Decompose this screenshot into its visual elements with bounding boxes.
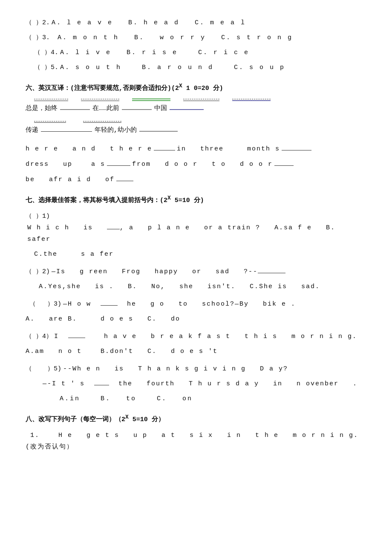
section6-title: 六、英汉互译：(注意书写要规范,否则要合适扣分)(2X 1 0=20 分) — [26, 81, 366, 94]
q7-3-cont-text: A. are B. d o e s C. do — [26, 313, 180, 325]
q8-1: 1. H e g e t s u p a t s i x i n t h e m… — [26, 430, 366, 453]
blank-three — [282, 143, 311, 150]
q8-1-text: 1. H e g e t s u p a t s i x i n t h e m… — [26, 430, 366, 453]
chinese-pass: 传递 — [26, 124, 38, 136]
chinese-china: 中国 — [154, 103, 167, 114]
q7-4-cont: A.am n o t B.don't C. d o e s 't — [26, 346, 366, 357]
q7-3-text: —H o w he g o to school?—By bik e . — [63, 298, 296, 310]
q7-5-bracket: （ ）5) — [26, 363, 61, 375]
section7-title: 七、选择最佳答案，将其标号填入提前括号内：(2X 5=10 分) — [26, 193, 366, 206]
trans-block2: 传递 年轻的,幼小的 — [26, 121, 366, 136]
cross3-icon: X — [125, 414, 129, 420]
q7-5-cont-text: —-I t ' s the fourth T h u r s d a y in … — [43, 378, 357, 390]
q2-line: （ ）2. A. l e a v e B. h e a d C. m e a l — [26, 17, 366, 29]
q7-2-cont: A.Yes,she is . B. No, she isn't. C.She i… — [34, 281, 366, 292]
dashed7 — [83, 121, 121, 121]
q7-2-cont-text: A.Yes,she is . B. No, she isn't. C.She i… — [34, 281, 320, 292]
blank-afraid — [116, 173, 133, 181]
solid4 — [183, 100, 219, 101]
q7-2-bracket: （ ）2) — [26, 266, 50, 278]
q7-3: （ ）3) —H o w he g o to school?—By bik e … — [26, 298, 366, 325]
q7-5-text: --Wh e n is T h a n k s g i v i n g D a … — [63, 363, 288, 375]
q7-1-text: W h i c h is , a p l a n e or a train ? … — [27, 222, 366, 245]
q7-3-line: （ ）3) —H o w he g o to school?—By bik e … — [26, 298, 366, 310]
q7-2: （ ）2) —Is g reen Frog happy or sad ?-- A… — [26, 266, 366, 292]
section8-title: 八、改写下列句子（每空一词）（2X 5=10 分） — [26, 412, 366, 425]
cross-icon: X — [179, 83, 182, 89]
eng-door: from d o o r t o d o o r — [132, 159, 273, 170]
eng-dress: dress up a s — [26, 159, 105, 170]
trans-dashed2 — [34, 121, 366, 121]
q7-2-line: （ ）2) —Is g reen Frog happy or sad ?-- — [26, 266, 366, 278]
eng-afraid: be afr a i d of — [26, 174, 115, 185]
q7-5-cont2: A.in B. to C. on — [43, 393, 366, 405]
dashed6 — [34, 121, 66, 121]
q4-choices: A. l i v e B. r i s e C. r i c e — [60, 47, 249, 58]
q7-1: （ ）1) W h i c h is , a p l a n e or a tr… — [26, 211, 366, 260]
section8: 八、改写下列句子（每空一词）（2X 5=10 分） 1. H e g e t s… — [26, 412, 366, 453]
solid3-green — [132, 100, 170, 101]
trans-block1: 总是，始终 在……此前 中国 — [26, 98, 366, 114]
line-before — [122, 109, 152, 110]
q5-choices: A. s o u t h B. a r o u n d C. s o u p — [60, 62, 285, 73]
chinese-always: 总是，始终 — [26, 103, 58, 114]
q7-1-line: （ ）1) W h i c h is , a p l a n e or a tr… — [26, 211, 366, 245]
q4-bracket: （ ）4. — [34, 47, 58, 58]
solid6 — [34, 122, 66, 123]
chinese-row1: 总是，始终 在……此前 中国 — [26, 103, 366, 114]
chinese-before: 在……此前 — [92, 103, 119, 114]
blank-dress — [107, 158, 130, 166]
trans-solid2 — [34, 122, 366, 123]
solid2 — [81, 100, 119, 101]
dashed3 — [132, 98, 170, 99]
section7: 七、选择最佳答案，将其标号填入提前括号内：(2X 5=10 分) （ ）1) W… — [26, 193, 366, 405]
section5-tail: （ ）2. A. l e a v e B. h e a d C. m e a l… — [26, 17, 366, 73]
q7-1-cont: C.the s a fer — [34, 249, 366, 260]
line-pass — [41, 131, 92, 132]
eng-phrase2: dress up a s from d o o r t o d o o r — [26, 158, 366, 170]
q7-4: （ ）4） I h a v e b r e a k f a s t t h i … — [26, 331, 366, 357]
q5-line: （ ）5. A. s o u t h B. a r o u n d C. s o… — [34, 62, 366, 73]
solid7 — [83, 122, 121, 123]
q7-4-text: I h a v e b r e a k f a s t t h i s m o … — [54, 331, 357, 342]
solid5-purple — [232, 100, 271, 101]
blank-here — [154, 143, 175, 150]
chinese-row2: 传递 年轻的,幼小的 — [26, 124, 366, 136]
q7-5: （ ）5) --Wh e n is T h a n k s g i v i n … — [26, 363, 366, 405]
q7-5-cont: —-I t ' s the fourth T h u r s d a y in … — [43, 378, 366, 390]
trans-dashed-top — [34, 98, 366, 99]
dashed5 — [232, 98, 271, 99]
q2-choices: A. l e a v e B. h e a d C. m e a l — [52, 17, 246, 29]
blank-door — [274, 158, 294, 166]
chinese-young: 年轻的,幼小的 — [95, 124, 137, 136]
section6: 六、英汉互译：(注意书写要规范,否则要合适扣分)(2X 1 0=20 分) 总是… — [26, 81, 366, 185]
eng-phrase3: be afr a i d of — [26, 173, 366, 185]
solid1 — [34, 100, 68, 101]
trans-solid-top — [34, 100, 366, 101]
eng-three: in three month s — [177, 143, 280, 155]
q7-3-bracket: （ ）3) — [26, 298, 61, 310]
dashed2 — [81, 98, 119, 99]
cross2-icon: X — [167, 195, 171, 201]
q2-bracket: （ ）2. — [26, 17, 50, 29]
line-always — [60, 109, 90, 110]
q7-4-bracket: （ ）4） — [26, 331, 52, 342]
line-young — [139, 131, 178, 132]
dashed4 — [183, 98, 219, 99]
eng-phrase1: h e r e a n d t h e r e in three month s — [26, 143, 366, 155]
q5-bracket: （ ）5. — [34, 62, 58, 73]
line-china — [170, 109, 204, 110]
q3-choices: A. m o n t h B. w o r r y C. s t r o n g — [58, 32, 293, 43]
q7-3-cont: A. are B. d o e s C. do — [26, 313, 366, 325]
q4-line: （ ）4. A. l i v e B. r i s e C. r i c e — [34, 47, 366, 58]
q7-5-cont2-text: A.in B. to C. on — [60, 393, 193, 405]
q7-4-line: （ ）4） I h a v e b r e a k f a s t t h i … — [26, 331, 366, 342]
q8-1-line: 1. H e g e t s u p a t s i x i n t h e m… — [26, 430, 366, 453]
q7-5-line: （ ）5) --Wh e n is T h a n k s g i v i n … — [26, 363, 366, 375]
q3-bracket: （ ）3. — [26, 32, 58, 43]
q7-2-text: —Is g reen Frog happy or sad ?-- — [52, 266, 285, 278]
q7-1-bracket: （ ）1) — [26, 211, 50, 222]
eng-here: h e r e a n d t h e r e — [26, 143, 152, 155]
dashed1 — [34, 98, 68, 99]
q7-4-cont-text: A.am n o t B.don't C. d o e s 't — [26, 346, 218, 357]
